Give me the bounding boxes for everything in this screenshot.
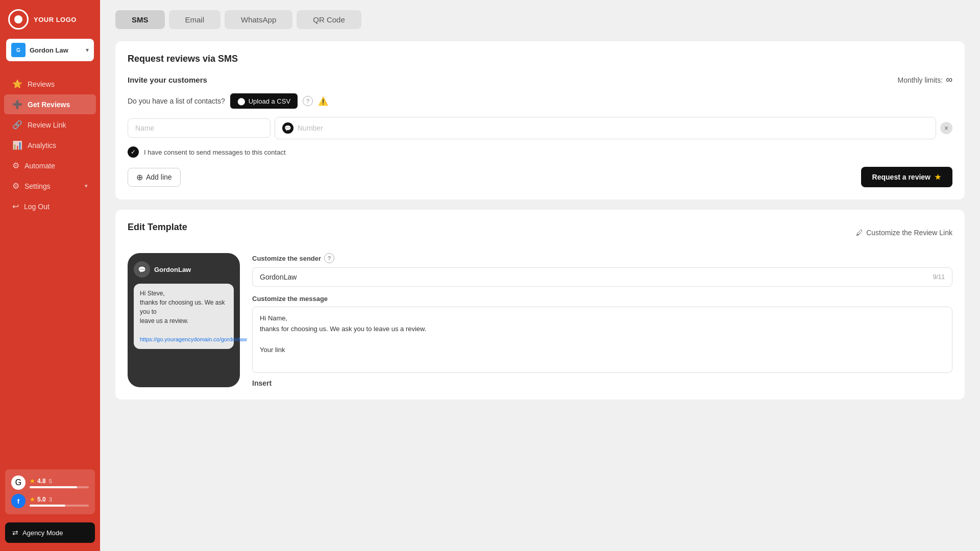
facebook-bar — [30, 505, 89, 507]
tab-qr-code[interactable]: QR Code — [297, 10, 361, 29]
settings-icon: ⚙ — [12, 181, 19, 191]
add-line-label: Add line — [146, 173, 172, 181]
reviews-icon: ⭐ — [12, 79, 22, 89]
google-star-icon: ★ — [30, 478, 35, 485]
logo-icon — [8, 9, 29, 30]
sidebar-item-label-reviews: Reviews — [28, 80, 55, 88]
star-btn-icon: ★ — [935, 173, 941, 181]
sidebar-item-label-analytics: Analytics — [28, 141, 56, 149]
phone-avatar: 💬 — [134, 261, 150, 278]
facebook-icon: f — [11, 494, 26, 508]
sender-value: GordonLaw — [260, 273, 297, 281]
facebook-stat-row: f ★ 5.0 3 — [11, 494, 89, 508]
logo-text: YOUR LOGO — [34, 16, 77, 23]
number-input-wrap: 💬 — [275, 117, 936, 139]
monthly-limits-label: Monthly limits: — [897, 76, 943, 84]
request-review-label: Request a review — [872, 173, 930, 181]
content-area: Request reviews via SMS Invite your cust… — [100, 29, 980, 422]
facebook-count: 3 — [49, 496, 52, 503]
infinity-icon: ∞ — [946, 74, 952, 85]
invite-header: Invite your customers Monthly limits: ∞ — [128, 74, 952, 85]
actions-row: ⊕ Add line Request a review ★ — [128, 167, 952, 187]
sender-input-wrap[interactable]: GordonLaw 9/11 — [252, 267, 952, 287]
consent-checkbox[interactable]: ✓ — [128, 146, 139, 158]
sidebar-item-label-get-reviews: Get Reviews — [28, 101, 70, 109]
sidebar-item-settings[interactable]: ⚙ Settings ▾ — [4, 176, 96, 196]
facebook-star-icon: ★ — [30, 496, 35, 503]
sidebar-item-analytics[interactable]: 📊 Analytics — [4, 135, 96, 155]
consent-row: ✓ I have consent to send messages to thi… — [128, 146, 952, 158]
google-count: 5 — [49, 478, 52, 484]
template-body: 💬 GordonLaw Hi Steve,thanks for choosing… — [128, 253, 952, 387]
facebook-bar-fill — [30, 505, 65, 507]
pen-icon: 🖊 — [856, 229, 863, 237]
google-score: 4.8 — [37, 478, 46, 485]
phone-message-bubble: Hi Steve,thanks for choosing us. We ask … — [134, 284, 234, 349]
sidebar-item-label-settings: Settings — [24, 182, 51, 190]
agency-mode-label: Agency Mode — [22, 529, 63, 537]
get-reviews-icon: ➕ — [12, 99, 22, 109]
add-line-button[interactable]: ⊕ Add line — [128, 168, 181, 187]
char-count: 9/11 — [933, 273, 945, 281]
warning-icon: ⚠️ — [318, 96, 328, 106]
csv-icon: ⬤ — [237, 97, 246, 105]
add-icon: ⊕ — [136, 172, 143, 182]
tab-email[interactable]: Email — [169, 10, 221, 29]
sidebar-logo: YOUR LOGO — [0, 0, 100, 39]
sidebar-nav: ⭐ Reviews ➕ Get Reviews 🔗 Review Link 📊 … — [0, 69, 100, 465]
agency-mode-icon: ⇄ — [12, 529, 18, 537]
sender-help-icon[interactable]: ? — [324, 253, 334, 263]
sms-icon: 💬 — [282, 122, 293, 134]
sidebar-item-review-link[interactable]: 🔗 Review Link — [4, 115, 96, 135]
account-switcher[interactable]: G Gordon Law ▾ — [6, 39, 94, 61]
agency-mode-button[interactable]: ⇄ Agency Mode — [5, 522, 95, 543]
account-name: Gordon Law — [30, 46, 68, 54]
analytics-icon: 📊 — [12, 140, 22, 150]
customize-sender-label: Customize the sender ? — [252, 253, 952, 263]
csv-question: Do you have a list of contacts? — [128, 97, 225, 105]
sidebar-item-automate[interactable]: ⚙ Automate — [4, 156, 96, 176]
monthly-limits: Monthly limits: ∞ — [897, 74, 952, 85]
account-info: G Gordon Law — [11, 43, 68, 57]
remove-contact-button[interactable]: × — [940, 122, 952, 134]
phone-link: https://go.youragencydomain.co/gordonlaw — [140, 336, 247, 342]
number-input[interactable] — [298, 124, 928, 132]
request-review-button[interactable]: Request a review ★ — [861, 167, 952, 187]
google-bar — [30, 486, 89, 488]
message-textarea[interactable]: Hi Name,thanks for choosing us. We ask y… — [252, 307, 952, 373]
edit-template-title: Edit Template — [128, 222, 187, 233]
edit-template-header: Edit Template 🖊 Customize the Review Lin… — [128, 222, 952, 243]
sidebar-item-reviews[interactable]: ⭐ Reviews — [4, 74, 96, 94]
upload-csv-label: Upload a CSV — [249, 97, 290, 105]
sidebar-item-logout[interactable]: ↩ Log Out — [4, 196, 96, 216]
main-content: SMS Email WhatsApp QR Code Request revie… — [100, 0, 980, 551]
message-content: Hi Name,thanks for choosing us. We ask y… — [260, 314, 426, 354]
help-icon[interactable]: ? — [303, 96, 313, 106]
tab-sms[interactable]: SMS — [115, 10, 165, 29]
template-right: Customize the sender ? GordonLaw 9/11 Cu… — [252, 253, 952, 387]
sidebar-item-label-logout: Log Out — [24, 203, 50, 211]
tabs-bar: SMS Email WhatsApp QR Code — [100, 0, 980, 29]
automate-icon: ⚙ — [12, 161, 19, 170]
facebook-score: 5.0 — [37, 496, 46, 503]
sidebar-item-get-reviews[interactable]: ➕ Get Reviews — [4, 94, 96, 114]
tab-whatsapp[interactable]: WhatsApp — [225, 10, 292, 29]
phone-sender-name: GordonLaw — [154, 266, 191, 273]
phone-message-text: Hi Steve,thanks for choosing us. We ask … — [140, 290, 225, 324]
account-icon: G — [11, 43, 26, 57]
sidebar-item-label-review-link: Review Link — [28, 121, 66, 129]
phone-header: 💬 GordonLaw — [134, 261, 234, 278]
google-stat-row: G ★ 4.8 5 — [11, 475, 89, 490]
name-input[interactable] — [128, 118, 271, 138]
invite-section: Request reviews via SMS Invite your cust… — [115, 41, 965, 199]
settings-chevron-icon: ▾ — [85, 183, 88, 189]
invite-label: Invite your customers — [128, 76, 207, 84]
sidebar-item-label-automate: Automate — [24, 162, 55, 170]
upload-csv-button[interactable]: ⬤ Upload a CSV — [230, 93, 298, 109]
consent-text: I have consent to send messages to this … — [144, 148, 286, 156]
google-bar-fill — [30, 486, 77, 488]
contact-row: 💬 × — [128, 117, 952, 139]
customize-review-link[interactable]: 🖊 Customize the Review Link — [856, 229, 952, 237]
edit-template-section: Edit Template 🖊 Customize the Review Lin… — [115, 210, 965, 399]
customize-message-label: Customize the message — [252, 295, 952, 303]
